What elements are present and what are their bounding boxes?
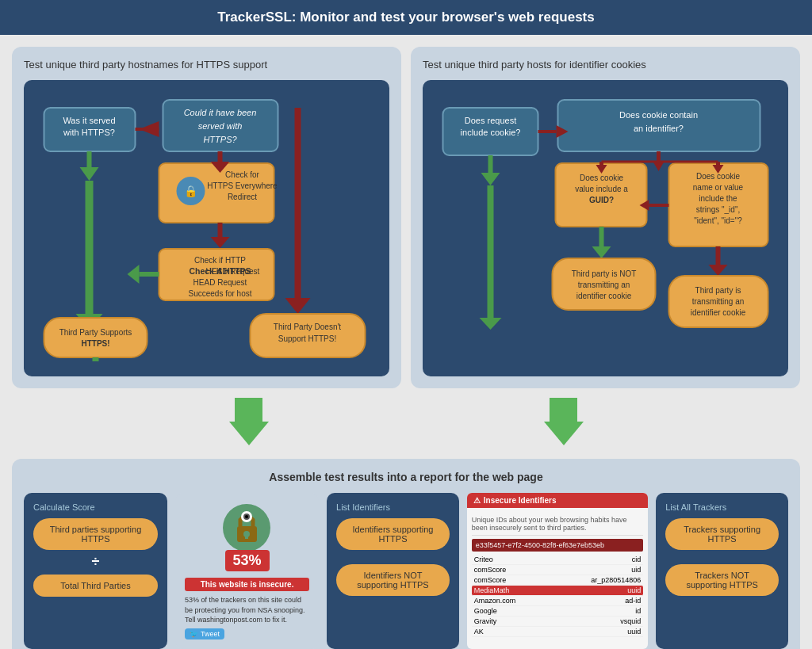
- score-denominator: Total Third Parties: [33, 575, 158, 597]
- svg-text:value include a: value include a: [575, 185, 628, 193]
- svg-text:Was it served: Was it served: [63, 116, 115, 125]
- cookies-panel-title: Test unique third party hosts for identi…: [423, 59, 788, 71]
- score-card: Calculate Score Third parties supporting…: [24, 493, 167, 649]
- svg-text:HTTPS Everywhere: HTTPS Everywhere: [207, 181, 278, 190]
- insecure-text: 53% of the trackers on this site could b…: [185, 595, 309, 625]
- https-flow-diagram: Was it served with HTTPS? Could it have …: [36, 92, 377, 361]
- svg-text:an identifier?: an identifier?: [634, 124, 684, 133]
- insecure-id-header: ⚠ Insecure Identifiers: [467, 493, 648, 508]
- svg-text:Check if HTTP: Check if HTTP: [194, 256, 246, 265]
- svg-text:Does cookie: Does cookie: [580, 174, 623, 182]
- svg-marker-71: [592, 246, 611, 258]
- tracker-row: Criteocid: [472, 555, 643, 565]
- identifiers-card: List Identifiers Identifiers supporting …: [327, 493, 459, 649]
- score-divider: ÷: [33, 554, 158, 571]
- trackers-not-https: Trackers NOT supporting HTTPS: [665, 564, 779, 596]
- identifiers-card-title: List Identifiers: [336, 502, 450, 512]
- svg-text:Does request: Does request: [465, 116, 516, 125]
- insecure-id-label: Insecure Identifiers: [484, 496, 557, 505]
- lock-icon-area: 53%: [185, 502, 309, 571]
- svg-text:Could it have been: Could it have been: [184, 108, 257, 117]
- tracker-row: Gravityvsquid: [472, 617, 643, 627]
- tracker-row: comScoreuid: [472, 565, 643, 575]
- svg-marker-20: [211, 237, 230, 248]
- tracker-row: MediaMathuuid: [472, 586, 643, 596]
- svg-text:HEAD Request: HEAD Request: [193, 278, 247, 287]
- svg-text:identifier cookie: identifier cookie: [576, 292, 632, 300]
- svg-text:Check if HTTPS: Check if HTTPS: [189, 266, 251, 276]
- bottom-section: Assemble test results into a report for …: [12, 459, 800, 649]
- svg-text:HTTPS!: HTTPS!: [81, 339, 109, 348]
- identifiers-not-https: Identifiers NOT supporting HTTPS: [336, 564, 450, 596]
- insecure-label: This website is insecure.: [185, 578, 309, 591]
- svg-text:with HTTPS?: with HTTPS?: [63, 128, 115, 137]
- connector-arrows: [12, 398, 800, 445]
- svg-marker-75: [480, 318, 502, 330]
- svg-marker-62: [653, 162, 665, 171]
- svg-text:Check for: Check for: [225, 170, 259, 179]
- bottom-title: Assemble test results into a report for …: [24, 471, 788, 483]
- svg-text:Succeeds for host: Succeeds for host: [188, 289, 251, 298]
- svg-rect-87: [245, 534, 248, 539]
- svg-text:HTTPS?: HTTPS?: [203, 135, 237, 144]
- svg-point-90: [245, 515, 248, 518]
- svg-text:include the: include the: [699, 194, 737, 203]
- right-connector-arrow: [544, 398, 584, 445]
- lock-icon: [221, 502, 273, 554]
- svg-text:served with: served with: [198, 121, 243, 131]
- https-panel-title: Test unique third party hostnames for HT…: [24, 59, 389, 71]
- svg-text:Third Party Supports: Third Party Supports: [59, 328, 132, 337]
- tracker-row: Googleid: [472, 606, 643, 617]
- trackers-card: List All Trackers Trackers supporting HT…: [656, 493, 788, 649]
- svg-text:"ident", "id="?: "ident", "id="?: [694, 216, 742, 225]
- trackers-card-title: List All Trackers: [665, 502, 779, 512]
- twitter-icon: 🐦: [190, 630, 198, 638]
- svg-text:GUID?: GUID?: [589, 196, 614, 204]
- cookies-panel: Test unique third party hosts for identi…: [411, 47, 800, 388]
- svg-text:transmitting an: transmitting an: [692, 297, 745, 306]
- tracker-row: AKuuid: [472, 627, 643, 637]
- svg-text:identifier cookie: identifier cookie: [691, 308, 746, 317]
- https-panel: Test unique third party hostnames for HT…: [12, 47, 401, 388]
- svg-text:Third party is NOT: Third party is NOT: [572, 269, 637, 278]
- svg-text:Support HTTPS!: Support HTTPS!: [278, 334, 336, 343]
- https-panel-inner: Was it served with HTTPS? Could it have …: [24, 80, 389, 376]
- score-numerator: Third parties supporting HTTPS: [33, 518, 158, 550]
- svg-text:name or value: name or value: [693, 183, 744, 192]
- svg-text:transmitting an: transmitting an: [578, 281, 630, 289]
- cookies-flow-diagram: Does request include cookie? Does cookie…: [435, 92, 776, 361]
- identifiers-https: Identifiers supporting HTTPS: [336, 518, 450, 550]
- svg-rect-34: [44, 318, 147, 357]
- svg-text:Third party is: Third party is: [695, 286, 741, 295]
- tracker-row: Amazon.comad-id: [472, 596, 643, 606]
- percent-badge: 53%: [225, 550, 270, 571]
- svg-text:Does cookie contain: Does cookie contain: [619, 110, 698, 120]
- insecure-id-subtext: Unique IDs about your web browsing habit…: [472, 513, 643, 536]
- svg-text:strings "_id",: strings "_id",: [696, 205, 740, 214]
- tracker-list: CriteocidcomScoreuidcomScorear_p28051480…: [472, 555, 643, 637]
- tracker-row: comScorear_p280514806: [472, 575, 643, 586]
- lock-card: 53% This website is insecure. 53% of the…: [175, 493, 319, 649]
- svg-text:🔒: 🔒: [184, 185, 198, 198]
- trackers-https: Trackers supporting HTTPS: [665, 518, 779, 550]
- hash-row: e33f5457-e7f2-4500-82f8-ef63e7eb53eb: [472, 539, 643, 552]
- header-title: TrackerSSL: Monitor and test your browse…: [217, 10, 594, 25]
- svg-marker-33: [285, 298, 311, 314]
- svg-marker-29: [128, 265, 140, 284]
- svg-text:include cookie?: include cookie?: [461, 128, 521, 137]
- tweet-label: Tweet: [201, 630, 220, 638]
- cookies-panel-inner: Does request include cookie? Does cookie…: [423, 80, 788, 376]
- page-header: TrackerSSL: Monitor and test your browse…: [0, 0, 812, 35]
- score-card-title: Calculate Score: [33, 502, 158, 512]
- svg-text:Redirect: Redirect: [228, 193, 257, 201]
- left-connector-arrow: [229, 398, 269, 445]
- svg-text:Third Party Doesn't: Third Party Doesn't: [274, 323, 341, 331]
- svg-marker-73: [709, 265, 728, 276]
- tweet-button[interactable]: 🐦 Tweet: [185, 628, 224, 639]
- svg-marker-50: [481, 173, 500, 185]
- svg-marker-10: [80, 167, 99, 181]
- warning-icon: ⚠: [473, 496, 481, 505]
- insecure-id-card: ⚠ Insecure Identifiers Unique IDs about …: [467, 493, 648, 649]
